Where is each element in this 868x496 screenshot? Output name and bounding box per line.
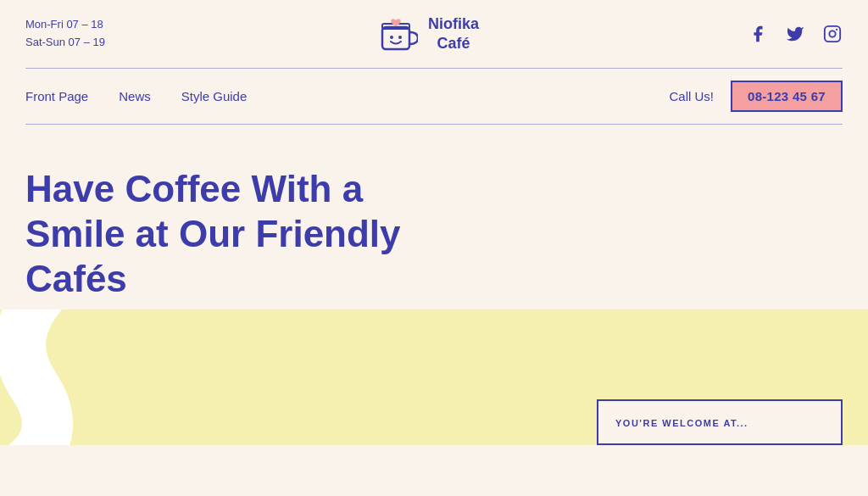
- welcome-card-label: YOU'RE WELCOME AT...: [615, 418, 748, 428]
- nav-front-page[interactable]: Front Page: [25, 89, 88, 103]
- social-icons: [748, 24, 843, 44]
- hero-title: Have Coffee With a Smile at Our Friendly…: [25, 167, 466, 301]
- svg-point-3: [398, 36, 402, 39]
- instagram-link[interactable]: [822, 24, 843, 44]
- svg-rect-4: [825, 26, 840, 42]
- hero-section: Have Coffee With a Smile at Our Friendly…: [0, 125, 868, 301]
- welcome-card: YOU'RE WELCOME AT...: [597, 399, 843, 445]
- decorative-curve: [0, 309, 153, 445]
- weekday-hours: Mon-Fri 07 – 18: [25, 16, 105, 34]
- facebook-icon: [748, 25, 767, 43]
- top-divider: [25, 68, 843, 69]
- call-us-label: Call Us!: [669, 89, 714, 103]
- phone-button[interactable]: 08-123 45 67: [731, 81, 843, 112]
- svg-point-5: [829, 31, 835, 36]
- top-bar: Mon-Fri 07 – 18 Sat-Sun 07 – 19 NiofikaC…: [0, 0, 868, 68]
- nav-links: Front Page News Style Guide: [25, 89, 247, 103]
- twitter-icon: [786, 25, 804, 43]
- logo-link[interactable]: NiofikaCafé: [374, 12, 479, 56]
- svg-point-6: [836, 29, 837, 31]
- nav-style-guide[interactable]: Style Guide: [181, 89, 248, 103]
- svg-rect-0: [382, 27, 409, 49]
- nav-right: Call Us! 08-123 45 67: [669, 81, 843, 112]
- business-hours: Mon-Fri 07 – 18 Sat-Sun 07 – 19: [25, 16, 105, 52]
- weekend-hours: Sat-Sun 07 – 19: [25, 34, 105, 52]
- nav-news[interactable]: News: [119, 89, 151, 103]
- facebook-link[interactable]: [748, 24, 768, 44]
- logo-icon: [374, 12, 418, 56]
- nav-bar: Front Page News Style Guide Call Us! 08-…: [0, 69, 868, 124]
- svg-point-2: [390, 36, 393, 39]
- logo-text: NiofikaCafé: [428, 14, 479, 54]
- yellow-section: YOU'RE WELCOME AT...: [0, 309, 868, 445]
- instagram-icon: [823, 25, 842, 43]
- twitter-link[interactable]: [785, 24, 805, 44]
